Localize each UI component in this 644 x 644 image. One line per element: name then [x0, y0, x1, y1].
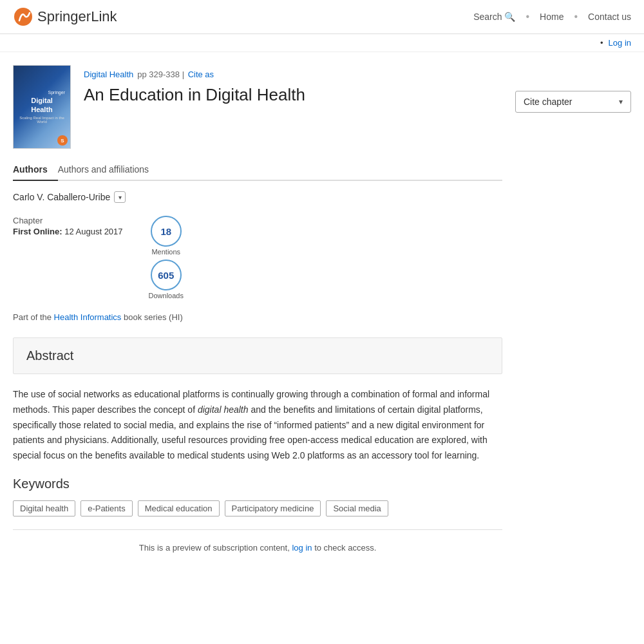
first-online: First Online: 12 August 2017: [13, 227, 123, 236]
nav-separator-2: •: [574, 11, 578, 23]
nav-home[interactable]: Home: [540, 12, 564, 22]
nav-separator-1: •: [526, 11, 529, 23]
site-header: SpringerLink Search 🔍 • Home • Contact u…: [0, 0, 644, 34]
mentions-label: Mentions: [151, 248, 180, 256]
abstract-heading: Abstract: [26, 348, 489, 363]
cite-chapter-label: Cite chapter: [524, 97, 572, 107]
tab-authors[interactable]: Authors: [13, 159, 58, 181]
svg-point-0: [14, 8, 32, 26]
keyword-3[interactable]: Medical education: [138, 500, 220, 516]
book-series: Part of the Health Informatics book seri…: [13, 312, 502, 322]
book-cover-title-line2: Health: [31, 105, 53, 114]
downloads-label: Downloads: [149, 292, 184, 299]
first-online-label: First Online:: [13, 227, 62, 236]
login-link[interactable]: Log in: [609, 38, 631, 48]
preview-text-after: to check access.: [314, 543, 376, 553]
expand-icon: ▾: [118, 194, 122, 201]
keyword-4[interactable]: Participatory medicine: [225, 500, 321, 516]
search-label: Search: [473, 12, 502, 22]
chevron-down-icon: ▾: [619, 97, 623, 106]
breadcrumb: Digital Health pp 329-338 | Cite as An E…: [84, 65, 305, 149]
chapter-meta: Chapter First Online: 12 August 2017 18 …: [13, 216, 502, 299]
abstract-box: Abstract: [13, 337, 502, 374]
abstract-text: The use of social networks as educationa…: [13, 387, 502, 464]
nav-contact[interactable]: Contact us: [588, 12, 631, 22]
springer-logo-icon: [13, 6, 33, 27]
author-name: Carlo V. Caballero-Uribe: [13, 192, 110, 202]
springer-s-icon: S: [61, 138, 64, 144]
book-cover-brand: Springer: [48, 90, 65, 95]
chapter-title: An Education in Digital Health: [84, 84, 305, 106]
author-row: Carlo V. Caballero-Uribe ▾: [13, 191, 502, 203]
search-icon: 🔍: [504, 12, 515, 22]
book-series-prefix: Part of the: [13, 312, 52, 322]
book-series-suffix: book series (HI): [124, 312, 183, 322]
downloads-circle: 605: [151, 260, 182, 290]
keyword-2[interactable]: e-Patients: [80, 500, 133, 516]
breadcrumb-pages: pp 329-338 |: [137, 70, 186, 79]
book-cover-title-line1: Digital: [31, 96, 53, 105]
main-nav: Search 🔍 • Home • Contact us: [473, 11, 631, 23]
book-series-link[interactable]: Health Informatics: [54, 312, 122, 322]
downloads-stat: 605 Downloads: [149, 260, 184, 299]
page-layout: Springer Digital Health Scaling Real Imp…: [0, 52, 644, 578]
meta-left: Chapter First Online: 12 August 2017: [13, 216, 123, 236]
breadcrumb-area: Springer Digital Health Scaling Real Imp…: [13, 65, 502, 149]
keyword-1[interactable]: Digital health: [13, 500, 75, 516]
mentions-stat: 18 Mentions: [151, 216, 182, 256]
springer-s-badge: S: [57, 135, 68, 146]
book-cover: Springer Digital Health Scaling Real Imp…: [13, 65, 71, 149]
main-content: Springer Digital Health Scaling Real Imp…: [13, 65, 502, 565]
sidebar: Cite chapter ▾: [515, 65, 631, 565]
preview-text-before: This is a preview of subscription conten…: [139, 543, 290, 553]
chapter-label: Chapter: [13, 216, 123, 225]
abstract-italic: digital health: [198, 404, 249, 415]
tab-affiliations[interactable]: Authors and affiliations: [58, 159, 159, 181]
sub-header: • Log in: [0, 34, 644, 52]
book-cover-subtitle: Scaling Real Impact in the World: [19, 116, 65, 124]
first-online-date: 12 August 2017: [64, 227, 122, 236]
keyword-5[interactable]: Social media: [326, 500, 388, 516]
stats-area: 18 Mentions 605 Downloads: [149, 216, 184, 299]
breadcrumb-cite-link[interactable]: Cite as: [188, 70, 214, 79]
search-link[interactable]: Search 🔍: [473, 12, 515, 22]
keywords-heading: Keywords: [13, 477, 502, 491]
preview-footer: This is a preview of subscription conten…: [13, 529, 502, 565]
login-to-access-link[interactable]: log in: [292, 543, 312, 553]
logo-text: SpringerLink: [37, 8, 117, 25]
sub-nav: • Log in: [600, 38, 631, 48]
breadcrumb-book-link[interactable]: Digital Health: [84, 70, 133, 79]
bullet-icon: •: [600, 38, 603, 48]
mentions-circle: 18: [151, 216, 182, 247]
author-tabs: Authors Authors and affiliations: [13, 159, 502, 181]
cite-chapter-button[interactable]: Cite chapter ▾: [515, 91, 631, 113]
logo-area: SpringerLink: [13, 6, 117, 27]
author-expand-button[interactable]: ▾: [114, 191, 126, 203]
keywords-list: Digital health e-Patients Medical educat…: [13, 500, 502, 516]
